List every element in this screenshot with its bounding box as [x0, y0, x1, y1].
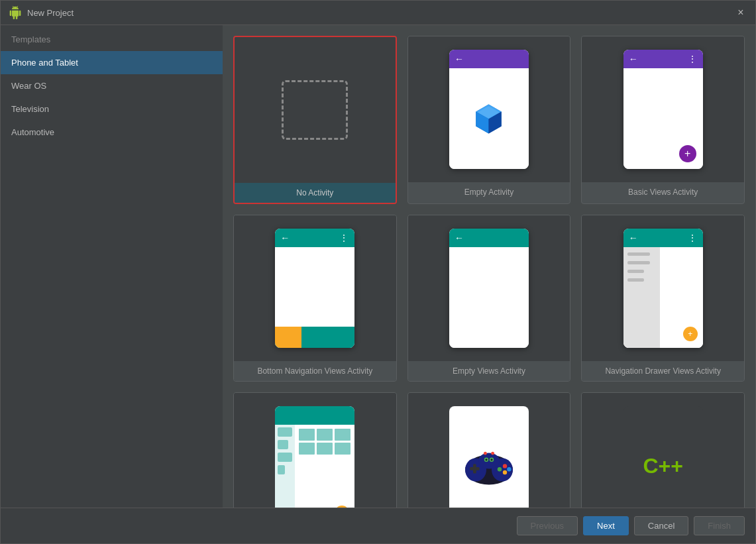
sidebar-header: Templates [1, 25, 223, 51]
finish-button[interactable]: Finish [694, 516, 745, 535]
chart-left [275, 425, 295, 508]
drawer-line-2 [627, 261, 650, 264]
bottom-tab-2 [301, 327, 328, 348]
svg-point-16 [478, 453, 500, 468]
empty-views-mockup: ← [449, 229, 529, 348]
template-empty-views-label: Empty Views Activity [408, 361, 570, 381]
cube-icon [470, 101, 507, 137]
sidebar-item-phone-tablet[interactable]: Phone and Tablet [1, 51, 223, 74]
sidebar-item-television[interactable]: Television [1, 97, 223, 121]
fab-button: + [679, 145, 696, 162]
template-game-preview [408, 393, 570, 508]
svg-point-20 [490, 459, 492, 461]
template-empty-views[interactable]: ← Empty Views Activity [407, 215, 571, 382]
back-arrow-icon: ← [280, 233, 290, 243]
bottom-nav-header: ← ⋮ [275, 229, 354, 247]
template-basic-views-label: Basic Views Activity [582, 182, 744, 202]
dialog-footer: Previous Next Cancel Finish [1, 508, 755, 543]
new-project-dialog: New Project × Templates Phone and Tablet… [0, 0, 756, 544]
drawer-main: + [660, 247, 703, 348]
android-icon [9, 6, 22, 19]
template-nav-drawer-preview: ← ⋮ + [582, 215, 744, 361]
title-bar: New Project × [1, 1, 755, 25]
templates-main-area: No Activity ← [223, 25, 755, 508]
svg-line-5 [305, 476, 341, 506]
chart-cell-3 [278, 453, 292, 462]
cpp-mockup: C++ [623, 406, 703, 508]
cpp-text: C++ [643, 454, 682, 478]
empty-activity-body [449, 68, 529, 169]
chart-header [275, 406, 354, 425]
template-nav-drawer[interactable]: ← ⋮ + [581, 215, 745, 382]
chart-cell-2 [278, 440, 288, 449]
gamepad-icon [462, 446, 515, 486]
svg-point-14 [507, 467, 511, 471]
dialog-content: Templates Phone and Tablet Wear OS Telev… [1, 25, 755, 508]
templates-grid: No Activity ← [233, 36, 745, 508]
template-basic-views-preview: ← ⋮ + [582, 36, 744, 182]
sidebar-item-wear-os[interactable]: Wear OS [1, 74, 223, 97]
game-mockup [449, 406, 529, 508]
template-empty-activity[interactable]: ← [407, 36, 571, 204]
back-arrow-icon: ← [455, 233, 464, 243]
template-cpp-preview: C++ [582, 393, 744, 508]
template-basic-views[interactable]: ← ⋮ + Basic Views Activity [581, 36, 745, 204]
chart-cell-1 [278, 427, 292, 437]
bottom-nav-bar [275, 327, 354, 348]
chart-body [275, 425, 354, 508]
drawer-line-3 [627, 270, 645, 273]
nav-drawer-header: ← ⋮ [623, 229, 703, 247]
chart-cell-4 [278, 465, 285, 474]
empty-activity-mockup: ← [449, 50, 529, 169]
template-no-activity[interactable]: No Activity [233, 36, 397, 204]
template-responsive-preview [234, 393, 396, 508]
bottom-nav-body [275, 247, 354, 348]
drawer-line-4 [627, 278, 645, 282]
template-empty-activity-preview: ← [408, 36, 570, 182]
basic-views-mockup: ← ⋮ + [623, 50, 703, 169]
grid-cell-4 [299, 443, 315, 455]
basic-views-header: ← ⋮ [623, 50, 703, 68]
template-nav-drawer-label: Navigation Drawer Views Activity [582, 361, 744, 381]
nav-drawer-mockup: ← ⋮ + [623, 229, 703, 348]
no-activity-box [282, 80, 348, 140]
svg-rect-11 [473, 464, 476, 473]
template-bottom-nav[interactable]: ← ⋮ Bottom Nav [233, 215, 397, 382]
drawer-panel [623, 247, 660, 348]
grid-cell-5 [317, 443, 333, 455]
template-responsive[interactable]: Responsive Views Activity [233, 392, 397, 508]
bottom-tab-3 [328, 327, 354, 348]
bottom-nav-mockup: ← ⋮ [275, 229, 354, 348]
sidebar: Templates Phone and Tablet Wear OS Telev… [1, 25, 223, 508]
grid-cell-3 [335, 429, 351, 441]
svg-point-12 [503, 464, 507, 468]
menu-dots-icon: ⋮ [688, 233, 698, 243]
template-game-activity[interactable]: Game Activity [407, 392, 571, 508]
svg-point-21 [484, 452, 487, 455]
svg-point-22 [491, 452, 494, 455]
svg-point-19 [485, 459, 487, 461]
template-empty-views-preview: ← [408, 215, 570, 361]
grid-cell-2 [317, 429, 333, 441]
basic-views-body: + [623, 68, 703, 169]
template-bottom-nav-preview: ← ⋮ [234, 215, 396, 361]
next-button[interactable]: Next [583, 516, 629, 535]
chart-mockup [275, 406, 354, 508]
nav-drawer-body: + [623, 247, 703, 348]
previous-button[interactable]: Previous [517, 516, 578, 535]
svg-point-15 [503, 470, 507, 474]
template-bottom-nav-label: Bottom Navigation Views Activity [234, 361, 396, 381]
close-button[interactable]: × [734, 6, 747, 19]
empty-views-header: ← [449, 229, 529, 247]
empty-activity-header: ← [449, 50, 529, 68]
empty-views-body [449, 247, 529, 348]
menu-dots-icon: ⋮ [688, 54, 698, 64]
template-no-activity-preview [235, 37, 396, 183]
cancel-button[interactable]: Cancel [634, 516, 688, 535]
dialog-title: New Project [27, 8, 74, 18]
template-native-cpp[interactable]: C++ Native C++ [581, 392, 745, 508]
template-empty-activity-label: Empty Activity [408, 182, 570, 202]
back-arrow-icon: ← [455, 54, 464, 64]
grid-cell-6 [335, 443, 351, 455]
sidebar-item-automotive[interactable]: Automotive [1, 121, 223, 144]
